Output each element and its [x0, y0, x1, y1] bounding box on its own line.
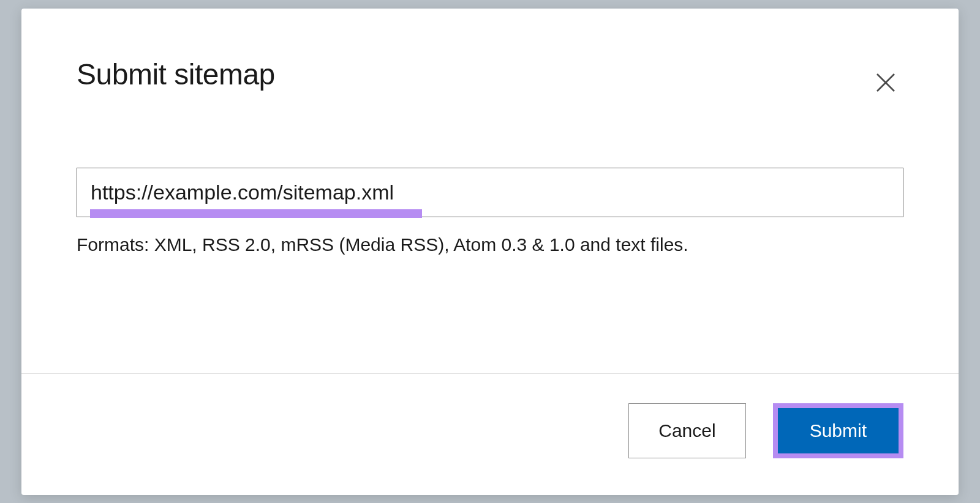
modal-body: Formats: XML, RSS 2.0, mRSS (Media RSS),… — [21, 100, 959, 373]
submit-button[interactable]: Submit — [778, 408, 899, 453]
modal-footer: Cancel Submit — [21, 373, 959, 495]
modal-title: Submit sitemap — [77, 58, 275, 91]
url-input-wrapper — [77, 168, 903, 217]
formats-description: Formats: XML, RSS 2.0, mRSS (Media RSS),… — [77, 234, 903, 255]
submit-sitemap-modal: Submit sitemap Formats: XML, RSS 2.0, mR… — [21, 9, 959, 495]
close-button[interactable] — [868, 65, 903, 100]
cancel-button[interactable]: Cancel — [628, 403, 745, 458]
submit-button-highlight: Submit — [773, 403, 903, 458]
modal-header: Submit sitemap — [21, 9, 959, 100]
close-icon — [873, 70, 899, 95]
url-highlight-annotation — [90, 209, 422, 218]
